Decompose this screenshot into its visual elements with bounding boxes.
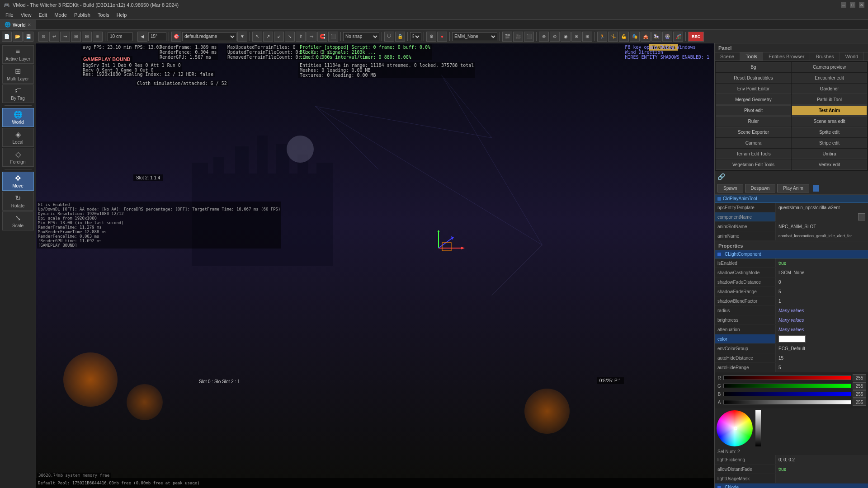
menu-file[interactable]: File xyxy=(2,11,17,19)
tool-vertex-edit[interactable]: Vertex edit xyxy=(792,160,867,170)
tb-record[interactable]: ● xyxy=(437,32,447,42)
tool-umbra[interactable]: Umbra xyxy=(792,149,867,159)
cnode-section-header[interactable]: CNode xyxy=(715,483,868,488)
tb-snap-icon[interactable]: 🧲 xyxy=(317,32,327,42)
tool-env-point-editor[interactable]: Env Point Editor xyxy=(716,84,791,94)
rec-button[interactable]: REC xyxy=(688,32,704,42)
tb-stop[interactable]: ⬛ xyxy=(328,32,338,42)
language-select[interactable]: EN xyxy=(410,32,421,41)
sidebar-item-by-tag[interactable]: 🏷 By Tag xyxy=(2,84,34,103)
tb-angle-dec[interactable]: ◀ xyxy=(137,32,147,42)
tool-scene-area-edit[interactable]: Scene area edit xyxy=(792,116,867,127)
sidebar-item-foreign[interactable]: ◇ Foreign xyxy=(2,148,34,167)
profile-select[interactable]: default.redgame xyxy=(182,32,236,41)
tool-camera[interactable]: Camera xyxy=(716,138,791,148)
tb-extra1[interactable]: ⊕ xyxy=(539,32,549,42)
tool-sprite-edit[interactable]: Sprite edit xyxy=(792,127,867,137)
tb-anim3[interactable]: 💪 xyxy=(619,32,629,42)
tool-camera-preview[interactable]: Camera preview xyxy=(792,62,867,72)
minimize-btn[interactable]: ─ xyxy=(841,2,846,8)
prop-val-light-flicker[interactable]: 0; 0; 0.2 xyxy=(776,455,868,464)
g-value-input[interactable] xyxy=(853,382,866,389)
tool-scene-exporter[interactable]: Scene Exporter xyxy=(716,127,791,137)
tb-anim2[interactable]: 🤸 xyxy=(608,32,618,42)
r-value-input[interactable] xyxy=(853,374,866,381)
b-value-input[interactable] xyxy=(853,390,866,398)
prop-val-shadow-casting[interactable]: LSCM_None xyxy=(776,268,868,277)
tb-circle[interactable]: ⊙ xyxy=(38,32,48,42)
tool-bg[interactable]: Bg xyxy=(716,62,791,72)
menu-edit[interactable]: Edit xyxy=(35,11,51,19)
tool-merged-geometry[interactable]: Merged Geometry xyxy=(716,94,791,105)
tb-arrow3[interactable]: ↙ xyxy=(274,32,284,42)
tb-grid[interactable]: ⊞ xyxy=(71,32,81,42)
tb-anim5[interactable]: 🎪 xyxy=(641,32,651,42)
spawn-button[interactable]: Spawn xyxy=(717,184,743,192)
color-wheel[interactable] xyxy=(717,410,753,446)
tb-profile-btn[interactable]: ▼ xyxy=(237,32,247,42)
prop-val-allow-distant-fade[interactable]: true xyxy=(776,465,868,474)
tab-tools[interactable]: Tools xyxy=(740,52,763,61)
tab-entities-browser[interactable]: Entities Browser xyxy=(763,52,810,61)
tb-film1[interactable]: 🎬 xyxy=(502,32,512,42)
tab-world[interactable]: 🌐 World ✕ xyxy=(0,20,36,29)
prop-val-auto-hide-dist[interactable]: 15 xyxy=(776,353,868,362)
prop-val-color[interactable] xyxy=(776,334,868,343)
tb-film2[interactable]: 🎥 xyxy=(513,32,523,42)
tb-shield1[interactable]: 🛡 xyxy=(384,32,394,42)
tb-redo[interactable]: ↪ xyxy=(60,32,70,42)
tool-terrain-edit[interactable]: Terrain Edit Tools xyxy=(716,149,791,159)
tool-reset-destructibles[interactable]: Reset Destructibles xyxy=(716,73,791,83)
viewport[interactable]: Test Anim GAMEPLAY BOUND avg FPS: 23.10 … xyxy=(36,43,714,488)
tb-anim4[interactable]: 🎭 xyxy=(630,32,640,42)
link-icon[interactable]: 🔗 xyxy=(717,173,725,180)
tool-encounter-edit[interactable]: Encounter edit xyxy=(792,73,867,83)
tb-stop2[interactable]: ⬛ xyxy=(524,32,534,42)
tb-anim7[interactable]: 🎡 xyxy=(662,32,672,42)
despawn-button[interactable]: Despawn xyxy=(745,184,776,192)
emm-select[interactable]: EMM_None xyxy=(452,32,497,41)
prop-val-shadow-fade-dist[interactable]: 0 xyxy=(776,277,868,286)
tb-open[interactable]: 📂 xyxy=(13,32,23,42)
tb-gear[interactable]: ⚙ xyxy=(426,32,436,42)
tool-vegetation-edit[interactable]: Vegetation Edit Tools xyxy=(716,160,791,170)
component-edit-btn[interactable]: … xyxy=(858,213,865,221)
snap-angle-input[interactable] xyxy=(148,32,166,41)
menu-help[interactable]: Help xyxy=(113,11,131,19)
sidebar-item-local[interactable]: ◈ Local xyxy=(2,128,34,147)
sidebar-item-scale[interactable]: ⤡ Scale xyxy=(2,211,34,230)
tab-brushes[interactable]: Brushes xyxy=(810,52,840,61)
world-tab-close[interactable]: ✕ xyxy=(28,23,31,27)
tb-grid2[interactable]: ⊟ xyxy=(82,32,92,42)
tool-gardener[interactable]: Gardener xyxy=(792,84,867,94)
prop-val-radius[interactable]: Many values xyxy=(776,306,868,315)
tool-stripe-edit[interactable]: Stripe edit xyxy=(792,138,867,148)
tb-arrow1[interactable]: ↖ xyxy=(252,32,262,42)
tool-pathlib[interactable]: PathLib Tool xyxy=(792,94,867,105)
snap-distance-input[interactable] xyxy=(108,32,132,41)
prop-val-brightness[interactable]: Many values xyxy=(776,315,868,324)
tb-anim1[interactable]: 🏃 xyxy=(597,32,607,42)
a-slider[interactable] xyxy=(723,400,851,404)
prop-val-env-color[interactable]: ECG_Default xyxy=(776,344,868,353)
tb-arrow2[interactable]: ↗ xyxy=(263,32,273,42)
menu-mode[interactable]: Mode xyxy=(51,11,71,19)
color-swatch[interactable] xyxy=(778,335,806,343)
prop-val-auto-hide-range[interactable]: 5 xyxy=(776,363,868,372)
clight-section-header[interactable]: CLightComponent xyxy=(715,250,868,258)
tb-arrow6[interactable]: ⇒ xyxy=(307,32,316,42)
tb-extra2[interactable]: ⊙ xyxy=(550,32,560,42)
menu-tools[interactable]: Tools xyxy=(94,11,113,19)
tb-shield2[interactable]: 🔒 xyxy=(395,32,405,42)
prop-val-shadow-blend[interactable]: 1 xyxy=(776,296,868,305)
g-slider[interactable] xyxy=(723,384,851,388)
b-slider[interactable] xyxy=(723,392,851,396)
tb-arrow5[interactable]: ⇑ xyxy=(296,32,306,42)
tab-world[interactable]: World xyxy=(840,52,864,61)
menu-publish[interactable]: Publish xyxy=(71,11,94,19)
tb-anim6[interactable]: 🎠 xyxy=(651,32,661,42)
tb-arrow4[interactable]: ↘ xyxy=(285,32,295,42)
tool-test-anim[interactable]: Test Anim xyxy=(792,105,867,116)
sidebar-item-active-layer[interactable]: ≡ Active Layer xyxy=(2,45,34,64)
prop-val-is-enabled[interactable]: true xyxy=(776,258,868,267)
